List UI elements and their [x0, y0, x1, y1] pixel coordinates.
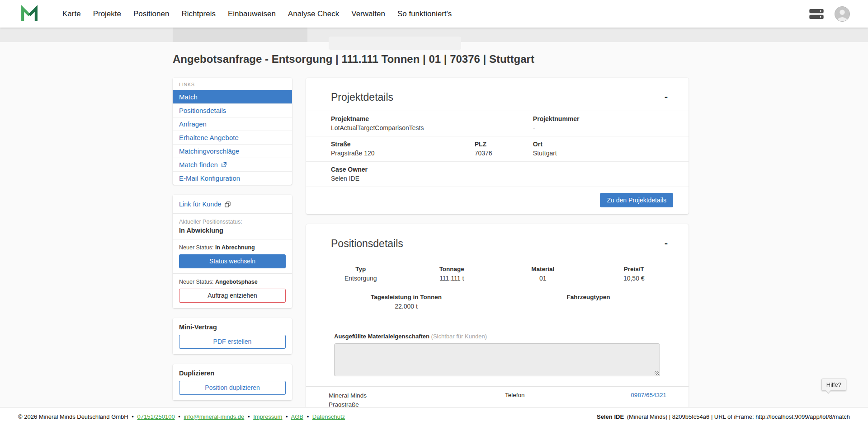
main-navigation: Karte Projekte Positionen Richtpreis Ein… [62, 9, 452, 19]
sidebar-item-matchingvorschlaege[interactable]: Matchingvorschläge [173, 144, 292, 158]
stat-label: Typ [315, 265, 406, 273]
new-status-line: Neuer Status: Angebotsphase [179, 279, 286, 285]
field-case-owner: Case Owner Selen IDE [331, 165, 670, 183]
links-header: LINKS [173, 78, 292, 90]
stat-preis: Preis/T 10,50 € [589, 265, 680, 282]
material-properties-textarea[interactable] [334, 343, 660, 376]
stat-label: Tonnage [406, 265, 498, 273]
field-value: 70376 [475, 149, 533, 157]
new-status-label: Neuer Status: [179, 279, 213, 285]
sidebar-item-label: Match finden [179, 161, 218, 169]
field-label: PLZ [475, 140, 533, 148]
nav-item-richtpreis[interactable]: Richtpreis [181, 9, 216, 19]
footer-impressum-link[interactable]: Impressum [253, 413, 282, 420]
status-card: Link für Kunde Aktueller Positionsstatus… [173, 195, 292, 308]
field-ort: Ort Stuttgart [533, 140, 670, 157]
sidebar-item-email-konfiguration[interactable]: E-Mail Konfiguration [173, 171, 292, 185]
collapse-button[interactable]: - [662, 238, 670, 248]
loading-placeholder [173, 28, 307, 42]
project-details-title: Projektdetails [331, 91, 393, 103]
separator-dot: • [307, 413, 309, 420]
footer-agb-link[interactable]: AGB [291, 413, 303, 420]
nav-item-karte[interactable]: Karte [62, 9, 81, 19]
help-button[interactable]: Hilfe? [821, 379, 846, 391]
mineral-minds-logo[interactable] [20, 4, 39, 24]
footer-phone-link[interactable]: 07151/250100 [137, 413, 175, 420]
project-details-table: Projektname LotActualTargetComparisonTes… [306, 111, 689, 187]
sidebar-item-match-finden[interactable]: Match finden [173, 158, 292, 171]
footer-email-link[interactable]: info@mineral-minds.de [184, 413, 244, 420]
footer-datenschutz-link[interactable]: Datenschutz [312, 413, 345, 420]
session-info: Selen IDE (Mineral Minds) | 8209b5fc54a6… [597, 413, 850, 420]
sidebar-links-card: LINKS Match Positionsdetails Anfragen Er… [173, 78, 292, 185]
stat-material: Material 01 [497, 265, 589, 282]
stat-value: 01 [497, 275, 589, 282]
material-label-text: Ausgefüllte Materialeigenschaften [334, 333, 429, 340]
material-properties-section: Ausgefüllte Materialeigenschaften (Sicht… [306, 333, 689, 376]
material-properties-label: Ausgefüllte Materialeigenschaften (Sicht… [334, 333, 660, 340]
new-status-value: Angebotsphase [215, 279, 258, 285]
copyright-text: © 2026 Mineral Minds Deutschland GmbH [18, 413, 128, 420]
external-link-icon [221, 162, 227, 168]
top-nav: Karte Projekte Positionen Richtpreis Ein… [0, 0, 868, 28]
phone-link[interactable]: 0987/654321 [631, 391, 666, 399]
new-status-line: Neuer Status: In Abrechnung [179, 244, 286, 251]
new-status-value: In Abrechnung [215, 244, 255, 251]
stat-value: 10,50 € [589, 275, 680, 282]
nav-item-einbauweisen[interactable]: Einbauweisen [228, 9, 276, 19]
field-plz: PLZ 70376 [475, 140, 533, 157]
field-value: LotActualTargetComparisonTests [331, 124, 533, 132]
current-status-value: In Abwicklung [179, 227, 286, 234]
user-avatar[interactable] [835, 6, 850, 22]
stat-label: Fahrzeugtypen [497, 293, 679, 301]
stat-value: – [497, 303, 679, 310]
current-status-label: Aktueller Positionsstatus: [179, 219, 286, 225]
duplicate-position-button[interactable]: Position duplizieren [179, 381, 286, 395]
stat-typ: Typ Entsorgung [315, 265, 406, 282]
withdraw-order-button[interactable]: Auftrag entziehen [179, 289, 286, 303]
field-value: - [533, 124, 670, 132]
go-to-project-details-button[interactable]: Zu den Projektdetails [600, 193, 673, 207]
sidebar-item-anfragen[interactable]: Anfragen [173, 117, 292, 131]
customer-link[interactable]: Link für Kunde [179, 201, 231, 208]
table-row: Case Owner Selen IDE [306, 162, 689, 187]
scroll-band [0, 28, 868, 42]
stat-value: 22.000 t [315, 303, 497, 310]
pdf-create-button[interactable]: PDF erstellen [179, 335, 286, 349]
session-user: Selen IDE [597, 413, 624, 420]
new-status-label: Neuer Status: [179, 244, 213, 251]
duplicate-card: Duplizieren Position duplizieren [173, 364, 292, 400]
sidebar-item-match[interactable]: Match [173, 90, 292, 103]
status-change-button[interactable]: Status wechseln [179, 254, 286, 268]
sidebar-item-erhaltene-angebote[interactable]: Erhaltene Angebote [173, 131, 292, 144]
sidebar-item-positionsdetails[interactable]: Positionsdetails [173, 103, 292, 117]
nav-item-so-funktionierts[interactable]: So funktioniert's [397, 9, 452, 19]
collapse-button[interactable]: - [662, 91, 670, 102]
field-projektname: Projektname LotActualTargetComparisonTes… [331, 115, 533, 132]
separator-dot: • [286, 413, 288, 420]
field-value: Stuttgart [533, 149, 670, 157]
stat-tonnage: Tonnage 111.111 t [406, 265, 498, 282]
nav-item-verwalten[interactable]: Verwalten [351, 9, 385, 19]
divider [173, 273, 292, 274]
mini-contract-card: Mini-Vertrag PDF erstellen [173, 318, 292, 354]
phone-label: Telefon [505, 391, 525, 399]
nav-item-positionen[interactable]: Positionen [133, 9, 169, 19]
field-label: Ort [533, 140, 670, 148]
stat-tagesleistung: Tagesleistung in Tonnen 22.000 t [315, 293, 497, 310]
separator-dot: • [248, 413, 250, 420]
stat-label: Material [497, 265, 589, 273]
field-label: Projektname [331, 115, 533, 123]
divider [173, 239, 292, 239]
sidebar: LINKS Match Positionsdetails Anfragen Er… [173, 78, 292, 426]
logo-m-icon [20, 4, 39, 24]
server-icon[interactable] [809, 9, 824, 19]
resize-handle-icon[interactable] [655, 371, 659, 375]
nav-item-projekte[interactable]: Projekte [93, 9, 121, 19]
position-stats-row: Typ Entsorgung Tonnage 111.111 t Materia… [306, 265, 689, 282]
nav-item-analyse-check[interactable]: Analyse Check [288, 9, 339, 19]
field-value: Pragstraße 120 [331, 149, 475, 157]
main-content: Projektdetails - Projektname LotActualTa… [306, 78, 689, 426]
duplicate-title: Duplizieren [179, 370, 286, 377]
table-row: Straße Pragstraße 120 PLZ 70376 Ort Stut… [306, 136, 689, 162]
